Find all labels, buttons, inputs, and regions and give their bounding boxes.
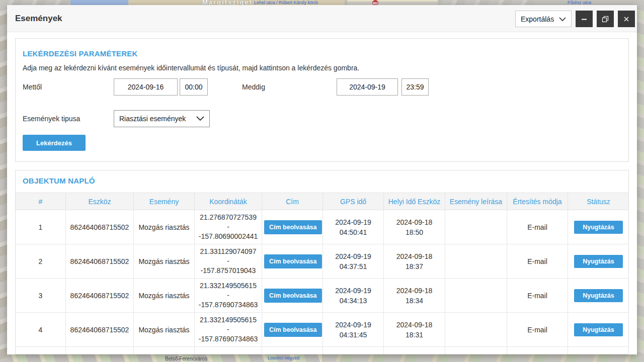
- minimize-button[interactable]: [576, 11, 593, 27]
- event-type-label: Események tipusa: [23, 110, 80, 127]
- cell-address: [262, 347, 323, 355]
- cell-notification: [507, 347, 568, 355]
- cell-device: 862464068715502: [66, 279, 134, 313]
- coordinate-separator: -: [197, 325, 260, 334]
- cell-num: [16, 347, 66, 355]
- cell-gps-time: 2024-09-19 04:34:13: [323, 279, 384, 313]
- cell-num: 4: [16, 313, 66, 347]
- gps-date: 2024-09-19: [325, 320, 381, 330]
- acknowledge-button[interactable]: Nyugtázás: [574, 289, 623, 302]
- local-time: 18:37: [386, 261, 443, 272]
- query-instructions: Adja meg az lekérdezni kívánt események …: [23, 64, 359, 72]
- cell-notification: E-mail: [507, 313, 568, 347]
- local-time: 18:31: [386, 330, 443, 340]
- table-row: 1 862464068715502 Mozgás riasztás 21.276…: [16, 210, 629, 244]
- read-address-button[interactable]: Cím beolvasása: [264, 323, 322, 337]
- table-row: [16, 347, 629, 355]
- cell-event: Mozgás riasztás: [134, 244, 195, 279]
- table-row: 2 862464068715502 Mozgás riasztás 21.331…: [16, 244, 629, 279]
- cell-coordinates: 21.332149505615 - -157.87690734863: [195, 279, 262, 313]
- cell-description: [445, 210, 507, 244]
- read-address-button[interactable]: Cím beolvasása: [264, 254, 322, 268]
- cell-notification: E-mail: [507, 279, 568, 313]
- cell-address: Cím beolvasása: [262, 244, 323, 279]
- cell-local-time: 2024-09-18 18:50: [384, 210, 445, 244]
- cell-coordinates: 21.276870727539 - -157.80690002441: [195, 210, 262, 244]
- cell-event: Mozgás riasztás: [134, 313, 195, 347]
- gps-date: 2024-09-19: [325, 251, 381, 261]
- cell-local-time: 2024-09-18 18:37: [384, 244, 445, 279]
- export-dropdown-label: Exportálás: [521, 15, 554, 23]
- local-date: 2024-09-18: [386, 251, 443, 261]
- cell-gps-time: [323, 347, 384, 355]
- cell-event: Mozgás riasztás: [134, 210, 195, 244]
- acknowledge-button[interactable]: Nyugtázás: [574, 221, 623, 234]
- cell-status: Nyugtázás: [568, 279, 629, 313]
- col-header-local-time: Helyi Idő Eszköz: [384, 193, 445, 210]
- col-header-description: Esemény leírása: [445, 193, 507, 210]
- query-section-title: LEKÉRDEZÉSI PARAMÉTEREK: [23, 49, 138, 58]
- cell-address: Cím beolvasása: [262, 210, 323, 244]
- to-date-input[interactable]: [337, 78, 398, 96]
- from-date-input[interactable]: [114, 78, 178, 96]
- acknowledge-button[interactable]: Nyugtázás: [574, 255, 623, 268]
- cell-local-time: 2024-09-18 18:34: [384, 279, 445, 313]
- cell-num: 2: [16, 244, 66, 279]
- col-header-event: Esemény: [134, 193, 195, 210]
- cell-device: 862464068715502: [66, 244, 134, 279]
- restore-button[interactable]: [597, 11, 614, 27]
- local-date: 2024-09-18: [386, 286, 443, 296]
- dialog-title: Események: [15, 5, 62, 32]
- gps-time: 04:37:51: [325, 261, 381, 272]
- cell-status: [568, 347, 629, 355]
- cell-description: [445, 313, 507, 347]
- col-header-notification: Értesítés módja: [507, 193, 568, 210]
- gps-time: 04:50:41: [325, 227, 381, 237]
- dialog-header: Események Exportálás: [7, 5, 637, 32]
- coordinate-separator: -: [197, 256, 260, 266]
- cell-device: 862464068715502: [66, 210, 134, 244]
- col-header-status: Státusz: [568, 193, 629, 210]
- longitude: -157.87690734863: [197, 300, 260, 310]
- minimize-icon: [581, 16, 588, 23]
- cell-gps-time: 2024-09-19 04:37:51: [323, 244, 384, 279]
- log-section-title: OBJEKTUM NAPLÓ: [23, 176, 95, 185]
- cell-device: 862464068715502: [66, 313, 134, 347]
- cell-gps-time: 2024-09-19 04:31:45: [323, 313, 384, 347]
- close-icon: [623, 16, 630, 23]
- event-type-selected-value: Riasztási események: [119, 115, 186, 123]
- map-decoration: [637, 0, 644, 362]
- cell-gps-time: 2024-09-19 04:50:41: [323, 210, 384, 244]
- event-type-select[interactable]: Riasztási események: [114, 110, 210, 127]
- query-parameters-panel: LEKÉRDEZÉSI PARAMÉTEREK Adja meg az leké…: [15, 38, 629, 162]
- dialog-header-actions: Exportálás: [515, 11, 635, 27]
- export-dropdown[interactable]: Exportálás: [515, 11, 572, 27]
- col-header-address: Cím: [262, 193, 323, 210]
- cell-event: [134, 347, 195, 355]
- from-time-input[interactable]: [180, 78, 208, 96]
- table-row: 4 862464068715502 Mozgás riasztás 21.332…: [16, 313, 629, 347]
- to-time-input[interactable]: [401, 78, 429, 96]
- map-decoration: [322, 354, 644, 362]
- gps-date: 2024-09-19: [325, 217, 381, 227]
- map-decoration: [0, 0, 7, 362]
- coordinate-separator: -: [197, 222, 260, 232]
- event-log-table: # Eszköz Esemény Koordináták Cím GPS idő…: [15, 193, 629, 354]
- read-address-button[interactable]: Cím beolvasása: [264, 289, 322, 303]
- read-address-button[interactable]: Cím beolvasása: [264, 220, 322, 234]
- object-log-panel: OBJEKTUM NAPLÓ # Eszköz Esemény Koordiná…: [15, 170, 629, 354]
- cell-coordinates: 21.331129074097 - -157.8757019043: [195, 244, 262, 279]
- close-button[interactable]: [618, 11, 635, 27]
- gps-time: 04:31:45: [325, 330, 381, 340]
- cell-local-time: 2024-09-18 18:31: [384, 313, 445, 347]
- acknowledge-button[interactable]: Nyugtázás: [574, 323, 623, 336]
- local-time: 18:34: [386, 296, 443, 306]
- cell-event: Mozgás riasztás: [134, 279, 195, 313]
- chevron-down-icon: [559, 15, 566, 23]
- query-submit-button[interactable]: Lekérdezés: [23, 135, 86, 151]
- col-header-coordinates: Koordináták: [195, 193, 262, 210]
- col-header-num: #: [16, 193, 66, 210]
- to-label: Meddig: [242, 78, 265, 96]
- cell-notification: E-mail: [507, 244, 568, 279]
- chevron-down-icon: [196, 115, 204, 123]
